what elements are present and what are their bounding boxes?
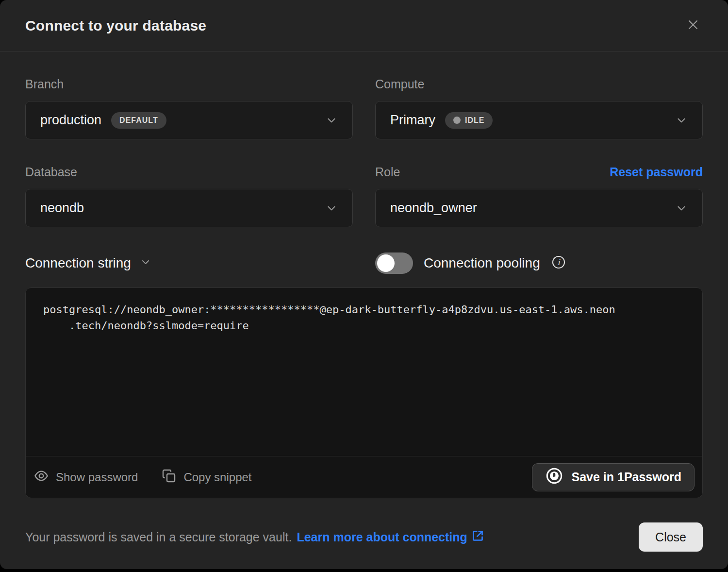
close-modal-button[interactable]: Close: [639, 522, 703, 552]
status-dot: [453, 117, 461, 124]
connection-pooling-row: Connection pooling i: [375, 252, 703, 274]
connection-pooling-toggle[interactable]: [375, 252, 413, 274]
modal-title: Connect to your database: [25, 17, 206, 34]
copy-icon: [161, 468, 177, 487]
close-button[interactable]: [683, 15, 703, 36]
connection-string-panel: postgresql://neondb_owner:**************…: [25, 287, 703, 498]
connection-string-code[interactable]: postgresql://neondb_owner:**************…: [26, 288, 702, 456]
branch-label: Branch: [25, 77, 353, 91]
chevron-down-icon: [325, 114, 338, 127]
branch-select[interactable]: production DEFAULT: [25, 101, 353, 139]
role-label-row: Role Reset password: [375, 165, 703, 179]
password-note: Your password is saved in a secure stora…: [25, 529, 484, 545]
svg-text:i: i: [557, 258, 561, 267]
chevron-down-icon: [140, 256, 151, 270]
code-line-1: postgresql://neondb_owner:**************…: [43, 302, 685, 318]
chevron-down-icon: [325, 202, 338, 215]
compute-label: Compute: [375, 77, 703, 91]
default-badge: DEFAULT: [111, 112, 166, 129]
modal-footer: Your password is saved in a secure stora…: [25, 522, 703, 552]
reset-password-link[interactable]: Reset password: [610, 165, 703, 179]
show-password-button[interactable]: Show password: [33, 468, 138, 487]
compute-select[interactable]: Primary IDLE: [375, 101, 703, 139]
compute-value: Primary: [390, 113, 435, 128]
database-value: neondb: [40, 201, 84, 216]
modal-header: Connect to your database: [0, 0, 728, 51]
toggle-knob: [377, 254, 395, 272]
branch-value: production: [40, 113, 101, 128]
chevron-down-icon: [675, 202, 688, 215]
idle-badge: IDLE: [445, 112, 493, 129]
save-1password-button[interactable]: Save in 1Password: [532, 463, 695, 491]
role-select[interactable]: neondb_owner: [375, 189, 703, 227]
connect-database-modal: Connect to your database Branch Compute …: [0, 0, 728, 569]
role-label: Role: [375, 165, 400, 179]
database-select[interactable]: neondb: [25, 189, 353, 227]
connection-string-dropdown[interactable]: Connection string: [25, 255, 353, 271]
modal-body: Branch Compute production DEFAULT Primar…: [0, 51, 728, 552]
connection-string-label: Connection string: [25, 255, 131, 271]
copy-snippet-button[interactable]: Copy snippet: [161, 468, 251, 487]
info-icon[interactable]: i: [551, 254, 566, 272]
learn-more-link[interactable]: Learn more about connecting: [297, 529, 484, 545]
database-label: Database: [25, 165, 353, 179]
code-footer: Show password Copy snippet: [26, 456, 702, 498]
external-link-icon: [471, 529, 484, 545]
1password-icon: [545, 467, 563, 488]
role-value: neondb_owner: [390, 201, 477, 216]
eye-icon: [33, 468, 49, 487]
code-line-2: .tech/neondb?sslmode=require: [69, 318, 685, 334]
connection-pooling-label: Connection pooling: [424, 255, 540, 271]
chevron-down-icon: [675, 114, 688, 127]
x-icon: [685, 17, 701, 34]
